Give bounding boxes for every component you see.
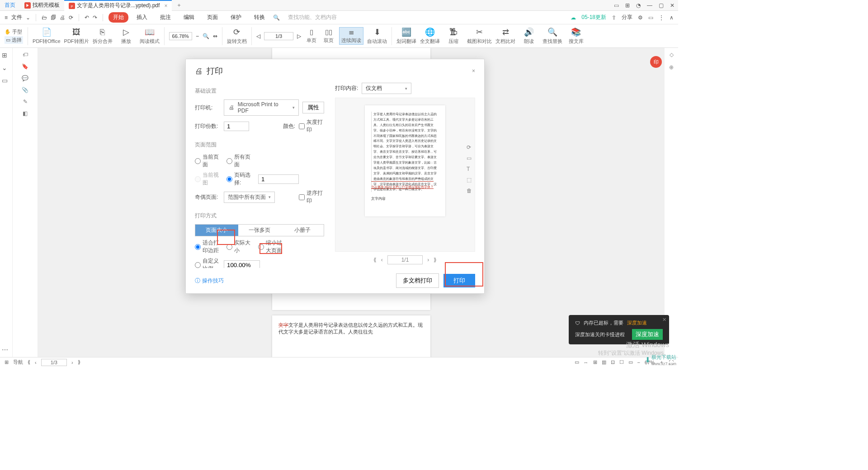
prev-tool-fit-icon[interactable]: ▭ [467,155,472,161]
prev-tool-crop-icon[interactable]: ⬚ [467,177,472,183]
ribbon-page[interactable]: 页面 [203,12,222,23]
status-nav-label[interactable]: 导航 [13,359,23,366]
page-indicator[interactable]: 1/3 [264,32,293,40]
status-last-icon[interactable]: ⟫ [78,359,80,365]
win-close-icon[interactable]: ✕ [670,2,675,9]
printer-props-button[interactable]: 属性 [302,102,324,113]
tips-link[interactable]: ⓘ操作技巧 [195,277,224,285]
nav-prev-icon[interactable]: ‹ [381,257,383,263]
ribbon-convert[interactable]: 转换 [250,12,269,23]
window-icon[interactable]: ▭ [648,14,653,21]
copies-input[interactable] [224,122,249,131]
ribbon-protect[interactable]: 保护 [226,12,246,23]
status-view-1-icon[interactable]: ▭ [575,359,579,365]
mode-tabs[interactable]: 页面大小 一张多页 小册子 [195,224,324,236]
status-next-icon[interactable]: › [71,360,73,365]
status-prev-icon[interactable]: ‹ [35,360,37,365]
radio-shrink[interactable]: 缩小过大页面 [258,239,283,254]
collapse-ribbon-icon[interactable]: ∧ [670,14,674,21]
prev-tool-trash-icon[interactable]: 🗑 [467,188,472,194]
printer-select[interactable]: 🖨Microsoft Print to PDF▾ [224,99,299,116]
nav-next-icon[interactable]: › [427,257,429,263]
hamburger-icon[interactable]: ≡ [5,14,8,21]
mode-tab-booklet[interactable]: 小册子 [281,225,324,236]
layers-icon[interactable]: ◧ [23,110,28,117]
attach-icon[interactable]: 📎 [22,87,28,93]
search-placeholder[interactable]: 查找功能、文档内容 [288,14,337,21]
status-view-4-icon[interactable]: ▥ [602,359,606,365]
share-icon[interactable]: ⇪ [612,14,616,21]
select-tool[interactable]: ▭ 选择 [5,36,23,44]
prev-page-icon[interactable]: ◁ [256,33,260,39]
undo-icon[interactable]: ↶ [85,14,89,21]
tab-close-icon[interactable]: × [164,3,167,9]
win-apps-icon[interactable]: ⊞ [625,2,630,9]
compress[interactable]: 🗜压缩 [443,28,463,45]
status-view-7-icon[interactable]: ▭ [628,359,633,365]
pdf-to-image[interactable]: 🖼PDF转图片 [64,28,89,45]
doc-compare[interactable]: ⇄文档比对 [495,27,515,45]
win-maximize-icon[interactable]: ▢ [659,2,664,9]
win-layout-icon[interactable]: ▭ [614,2,619,9]
cloud-update-icon[interactable]: ☁ [571,14,576,21]
rstrip-icon-1[interactable]: ◇ [670,52,674,58]
prev-tool-text-icon[interactable]: T [467,166,472,172]
mode-tab-multi[interactable]: 一张多页 [238,225,281,236]
hand-tool[interactable]: ✋ 手型 [5,28,23,35]
split-merge[interactable]: ⎘拆分合并 [93,28,113,45]
radio-current-page[interactable]: 当前页面 [195,153,220,169]
status-view-6-icon[interactable]: ☐ [619,359,624,365]
rotate-doc[interactable]: ⟳旋转文档 [227,27,247,45]
status-page[interactable]: 1/3 [41,359,67,366]
radio-page-codes[interactable]: 页码选择: [226,171,252,187]
search-icon[interactable]: 🔍 [273,14,280,21]
mode-tab-size[interactable]: 页面大小 [195,225,238,236]
radio-actual[interactable]: 实际大小 [226,239,252,254]
more-icon[interactable]: ⋮ [659,14,664,21]
print-content-select[interactable]: 仅文档▾ [362,83,411,94]
grayscale-checkbox[interactable]: 灰度打印 [299,118,324,134]
ribbon-insert[interactable]: 插入 [132,12,152,23]
odd-even-select[interactable]: 范围中所有页面▾ [224,192,275,203]
ribbon-edit[interactable]: 编辑 [179,12,199,23]
search-library[interactable]: 📚搜文库 [566,27,586,45]
update-text[interactable]: 05-18更新 [581,14,606,21]
panel-icon-2[interactable]: ⌄ [2,64,10,71]
tab-document[interactable]: P 文字是人类用符号记录...ypted).pdf × [64,0,172,11]
comment-icon[interactable]: 💬 [22,75,28,81]
stamp-fab[interactable]: 印 [650,56,662,68]
nav-page-box[interactable]: 1/1 [387,255,423,264]
edit-icon[interactable]: ✎ [23,99,28,105]
refresh-icon[interactable]: ⟳ [69,14,73,21]
radio-fit[interactable]: 适合打印边距 [195,239,220,254]
win-avatar-icon[interactable]: ◔ [636,2,641,9]
full-translate[interactable]: 🌐全文翻译 [420,27,440,45]
zoom-in-icon[interactable]: 🔍 [203,33,209,39]
status-zoom-out-icon[interactable]: − [637,360,640,365]
rstrip-icon-2[interactable]: ⊕ [669,64,674,70]
panel-icon-1[interactable]: ⊞ [2,52,10,59]
panel-icon-3[interactable]: ▭ [2,77,10,84]
toast-close-icon[interactable]: ✕ [662,317,666,323]
zoom-out-icon[interactable]: − [196,33,199,39]
redo-icon[interactable]: ↷ [93,14,97,21]
outline-icon[interactable]: 🔖 [22,63,28,70]
dialog-close-icon[interactable]: × [472,68,475,74]
reverse-checkbox[interactable]: 逆序打印 [299,189,324,205]
read-mode[interactable]: 📖阅读模式 [140,27,160,45]
print-button[interactable]: 打印 [443,274,475,287]
radio-all-pages[interactable]: 所有页面 [226,153,252,169]
read-aloud[interactable]: 🔊朗读 [519,27,539,45]
file-menu[interactable]: 文件 [11,14,22,21]
single-page[interactable]: ▯单页 [305,28,318,44]
next-page-icon[interactable]: ▷ [297,33,301,39]
continuous-read[interactable]: ≣连续阅读 [339,27,363,45]
auto-scroll[interactable]: ⬇自动滚动 [367,27,387,45]
nav-first-icon[interactable]: ⟪ [373,257,377,263]
zoom-value[interactable]: 66.78% [169,32,192,40]
toast-accel-button[interactable]: 深度加速 [632,329,663,340]
ribbon-annotate[interactable]: 批注 [156,12,175,23]
tab-templates[interactable]: 找稻壳模板 [20,0,64,11]
status-view-5-icon[interactable]: ⊡ [611,359,615,365]
settings-icon[interactable]: ⚙ [638,14,643,21]
